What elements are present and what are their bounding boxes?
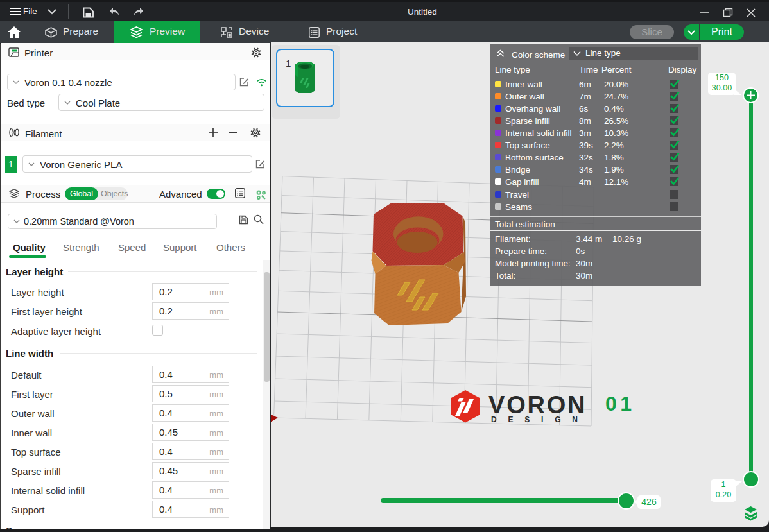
svg-text:01: 01: [605, 392, 635, 415]
svg-text:VORON: VORON: [488, 391, 586, 418]
